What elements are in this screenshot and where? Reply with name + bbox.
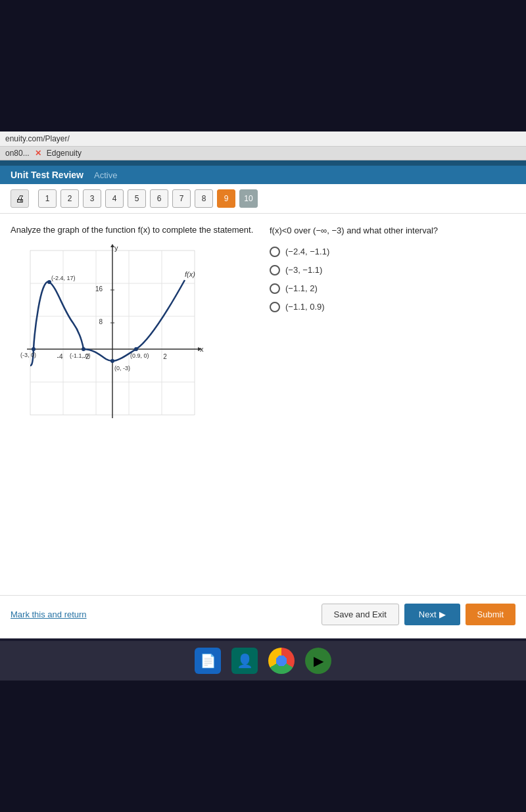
save-exit-button[interactable]: Save and Exit <box>322 604 399 625</box>
svg-text:(-2.4, 17): (-2.4, 17) <box>51 275 76 281</box>
graph-container: x y -4 -2 2 8 16 f(x) <box>11 244 208 441</box>
question-btn-5[interactable]: 5 <box>128 189 146 208</box>
svg-text:x: x <box>200 345 204 353</box>
svg-point-31 <box>110 359 114 363</box>
top-nav: Unit Test Review Active <box>0 166 526 184</box>
option-4[interactable]: (−1.1, 0.9) <box>270 302 515 312</box>
graph-svg: x y -4 -2 2 8 16 f(x) <box>11 244 208 441</box>
svg-text:-4: -4 <box>57 353 63 360</box>
tab-bar: on80... ✕ Edgenuity <box>0 147 526 160</box>
dark-bottom-area <box>0 681 526 812</box>
option-2[interactable]: (−3, −1.1) <box>270 265 515 275</box>
question-btn-1[interactable]: 1 <box>38 189 57 208</box>
tab-close-icon[interactable]: ✕ <box>35 149 41 158</box>
radio-4[interactable] <box>270 302 280 312</box>
taskbar: 📄 👤 ▶ <box>0 641 526 681</box>
svg-text:(-1.1, 0): (-1.1, 0) <box>70 352 91 359</box>
option-3[interactable]: (−1.1, 2) <box>270 283 515 294</box>
question-btn-10[interactable]: 10 <box>239 189 258 208</box>
question-nav: 🖨 1 2 3 4 5 6 7 8 9 10 <box>0 184 526 214</box>
main-container: Unit Test Review Active 🖨 1 2 3 4 5 6 7 … <box>0 166 526 638</box>
question-btn-4[interactable]: 4 <box>105 189 124 208</box>
svg-text:(0.9, 0): (0.9, 0) <box>130 352 149 359</box>
svg-text:f(x): f(x) <box>185 270 195 278</box>
next-arrow-icon: ▶ <box>439 609 446 619</box>
edgenuity-header-strip <box>0 160 526 166</box>
question-btn-3[interactable]: 3 <box>83 189 101 208</box>
question-btn-7[interactable]: 7 <box>172 189 191 208</box>
option-4-label: (−1.1, 0.9) <box>285 302 325 312</box>
right-panel: f(x)<0 over (−∞, −3) and what other inte… <box>270 224 515 585</box>
svg-text:2: 2 <box>163 353 167 360</box>
radio-2[interactable] <box>270 265 280 275</box>
svg-text:16: 16 <box>95 285 103 293</box>
print-button[interactable]: 🖨 <box>11 189 29 208</box>
option-1-label: (−2.4, −1.1) <box>285 247 329 256</box>
answer-prompt: f(x)<0 over (−∞, −3) and what other inte… <box>270 224 515 237</box>
svg-point-27 <box>82 347 85 351</box>
bottom-bar: Mark this and return Save and Exit Next … <box>0 595 526 633</box>
svg-text:y: y <box>114 244 118 252</box>
option-2-label: (−3, −1.1) <box>285 265 322 275</box>
play-icon[interactable]: ▶ <box>305 648 331 674</box>
mark-return-link[interactable]: Mark this and return <box>11 609 87 619</box>
question-btn-8[interactable]: 8 <box>195 189 213 208</box>
docs-icon[interactable]: 📄 <box>195 648 221 674</box>
classroom-icon[interactable]: 👤 <box>231 648 258 674</box>
svg-text:(-3, 0): (-3, 0) <box>20 352 36 358</box>
next-label: Next <box>419 609 437 619</box>
left-panel: Analyze the graph of the function f(x) t… <box>11 224 256 585</box>
url-text: enuity.com/Player/ <box>5 134 70 143</box>
question-prompt: Analyze the graph of the function f(x) t… <box>11 224 256 236</box>
chrome-icon[interactable] <box>268 648 295 674</box>
svg-point-29 <box>134 347 138 351</box>
tab-label: on80... <box>5 149 30 158</box>
answer-section: (−2.4, −1.1) (−3, −1.1) (−1.1, 2) (−1.1,… <box>270 247 515 312</box>
svg-text:8: 8 <box>99 318 103 325</box>
option-3-label: (−1.1, 2) <box>285 283 318 293</box>
browser-url-bar: enuity.com/Player/ <box>0 131 526 147</box>
question-btn-6[interactable]: 6 <box>150 189 168 208</box>
tab-site: Edgenuity <box>47 149 82 158</box>
radio-1[interactable] <box>270 247 280 257</box>
svg-point-25 <box>32 347 36 351</box>
bottom-buttons: Save and Exit Next ▶ Submit <box>322 604 515 625</box>
nav-title: Unit Test Review <box>11 170 84 180</box>
nav-status: Active <box>94 170 117 180</box>
question-btn-9[interactable]: 9 <box>217 189 235 208</box>
content-area: Analyze the graph of the function f(x) t… <box>0 214 526 595</box>
svg-text:(0, -3): (0, -3) <box>114 365 130 371</box>
question-btn-2[interactable]: 2 <box>60 189 79 208</box>
option-1[interactable]: (−2.4, −1.1) <box>270 247 515 257</box>
submit-button[interactable]: Submit <box>466 604 515 625</box>
radio-3[interactable] <box>270 283 280 294</box>
next-button[interactable]: Next ▶ <box>404 604 460 625</box>
